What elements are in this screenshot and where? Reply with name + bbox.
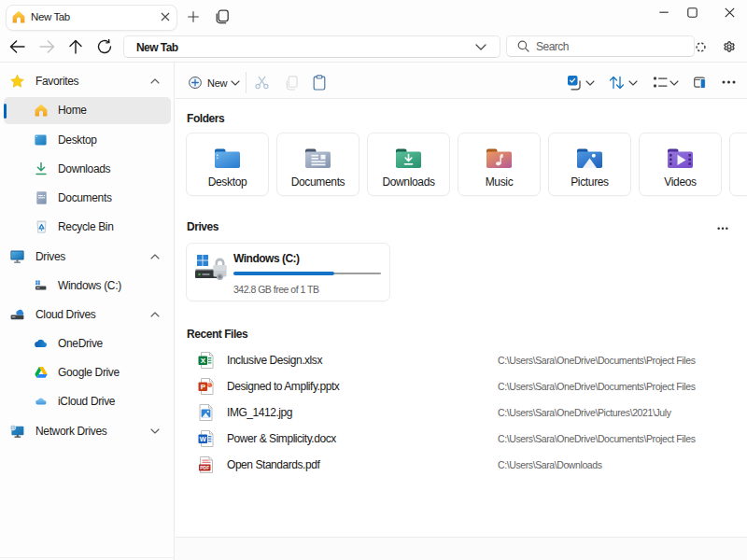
svg-text:P: P: [201, 383, 206, 391]
svg-text:X: X: [201, 357, 206, 365]
svg-text:W: W: [200, 435, 207, 443]
svg-text:PDF: PDF: [200, 465, 209, 470]
